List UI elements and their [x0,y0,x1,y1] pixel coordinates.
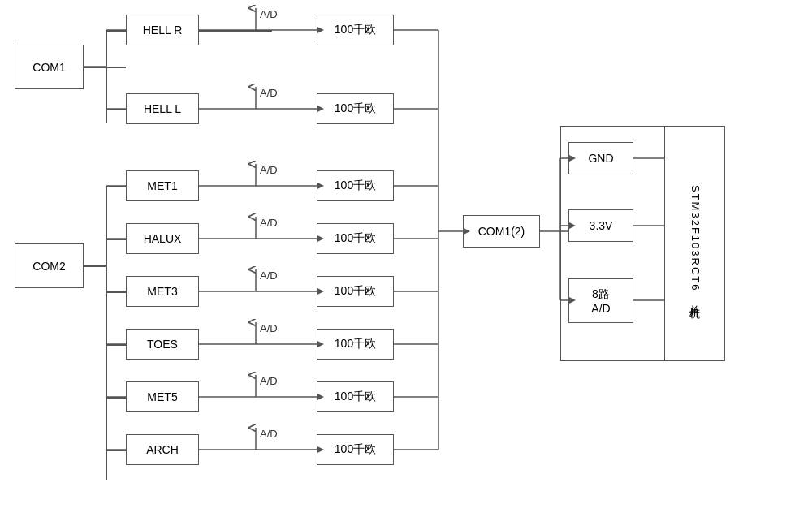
ad-label-halux: A/D [260,217,278,229]
ad-label-met1: A/D [260,164,278,176]
ad-label-toes: A/D [260,322,278,334]
ad-label-hellr: A/D [260,8,278,20]
ad-label-met5: A/D [260,375,278,387]
circuit-diagram: COM1 COM2 HELL R HELL L MET1 HALUX MET3 … [0,0,812,517]
ad-label-helll: A/D [260,87,278,99]
ad-label-met3: A/D [260,269,278,282]
connections-svg [0,0,812,517]
ad-label-arch: A/D [260,428,278,440]
